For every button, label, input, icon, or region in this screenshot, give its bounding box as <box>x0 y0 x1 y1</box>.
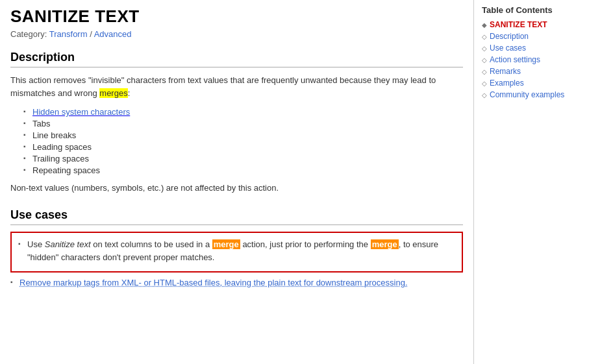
toc-link-remarks[interactable]: Remarks <box>490 67 521 76</box>
toc-link-usecases[interactable]: Use cases <box>490 43 526 53</box>
main-content: T SANITIZE TEXT Category: Transform / Ad… <box>0 0 474 364</box>
description-intro-text1: This action removes "invisible" characte… <box>10 75 436 98</box>
toc-link-sanitize[interactable]: SANITIZE TEXT <box>490 20 547 29</box>
toc-diamond-icon: ◇ <box>482 33 487 40</box>
toc-link-examples[interactable]: Examples <box>490 79 524 88</box>
description-intro-colon: : <box>128 88 131 98</box>
description-section: Description This action removes "invisib… <box>10 51 463 193</box>
toc-item-actionsettings: ◇ Action settings <box>482 55 590 64</box>
category-transform-link[interactable]: Transform <box>49 29 88 39</box>
repeating-item: Repeating spaces <box>32 165 100 175</box>
tabs-item: Tabs <box>32 119 50 128</box>
use-cases-heading: Use cases <box>10 208 463 225</box>
use-case-middle2: action, just prior to performing the <box>240 239 371 249</box>
use-cases-section: Use cases Use Sanitize text on text colu… <box>10 208 463 289</box>
toc-item-remarks: ◇ Remarks <box>482 67 590 76</box>
description-heading: Description <box>10 51 463 67</box>
page-title: SANITIZE TEXT <box>10 6 463 27</box>
list-item: Line breaks <box>23 130 463 140</box>
toc-item-examples: ◇ Examples <box>482 79 590 88</box>
non-text-note: Non-text values (numbers, symbols, etc.)… <box>10 183 463 193</box>
leading-item: Leading spaces <box>32 142 92 152</box>
toc-diamond-icon: ◆ <box>482 21 487 29</box>
category-advanced-link[interactable]: Advanced <box>94 29 132 39</box>
toc-diamond-icon: ◇ <box>482 56 487 64</box>
toc-diamond-icon: ◇ <box>482 68 487 75</box>
merge-highlight-2: merge <box>371 239 399 249</box>
trailing-item: Trailing spaces <box>32 154 89 164</box>
toc-diamond-icon: ◇ <box>482 45 487 52</box>
linebreaks-item: Line breaks <box>32 130 76 140</box>
toc-title: Table of Contents <box>482 5 590 15</box>
toc-link-description[interactable]: Description <box>490 32 529 41</box>
page-icon: T <box>418 0 450 2</box>
use-case-italic: Sanitize text <box>45 239 91 249</box>
hidden-system-link[interactable]: Hidden system characters <box>32 107 130 117</box>
category-line: Category: Transform / Advanced <box>10 29 463 39</box>
features-list: Hidden system characters Tabs Line break… <box>10 107 463 175</box>
highlighted-use-case-box: Use Sanitize text on text columns to be … <box>10 232 463 273</box>
use-case-prefix: Use <box>27 239 45 249</box>
list-item: Hidden system characters <box>23 107 463 117</box>
sidebar: Table of Contents ◆ SANITIZE TEXT ◇ Desc… <box>474 0 597 364</box>
use-case-middle1: on text columns to be used in a <box>91 239 212 249</box>
toc-item-usecases: ◇ Use cases <box>482 43 590 53</box>
list-item: Trailing spaces <box>23 154 463 164</box>
toc-item-community: ◇ Community examples <box>482 90 590 99</box>
toc-diamond-icon: ◇ <box>482 91 487 99</box>
use-case-item-1: Use Sanitize text on text columns to be … <box>18 238 455 263</box>
toc-item-description: ◇ Description <box>482 32 590 41</box>
list-item: Leading spaces <box>23 142 463 152</box>
toc-diamond-icon: ◇ <box>482 80 487 87</box>
use-case-item-2: Remove markup tags from XML- or HTML-bas… <box>10 276 463 289</box>
toc-link-community[interactable]: Community examples <box>490 90 564 99</box>
category-prefix: Category: <box>10 29 47 39</box>
toc-item-sanitize: ◆ SANITIZE TEXT <box>482 20 590 29</box>
merges-highlight: merges <box>99 88 127 98</box>
use-case-2-text: Remove markup tags from XML- or HTML-bas… <box>19 278 408 287</box>
description-intro: This action removes "invisible" characte… <box>10 74 463 99</box>
list-item: Repeating spaces <box>23 165 463 175</box>
merge-highlight-1: merge <box>212 239 240 249</box>
toc-link-actionsettings[interactable]: Action settings <box>490 55 540 64</box>
toc-list: ◆ SANITIZE TEXT ◇ Description ◇ Use case… <box>482 20 590 99</box>
list-item: Tabs <box>23 119 463 128</box>
